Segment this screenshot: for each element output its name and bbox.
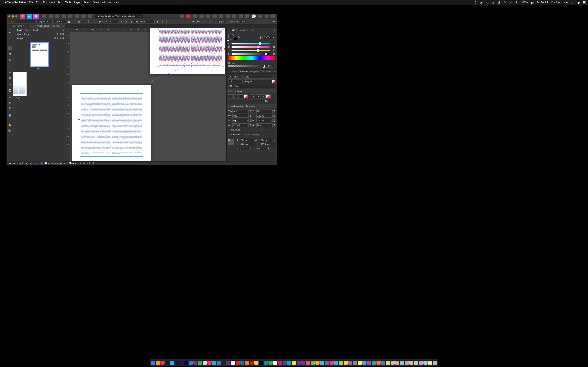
- dock-app-icon[interactable]: [334, 361, 338, 365]
- canvas[interactable]: mm -200-180-160-140-120-100-80-60-40-200…: [66, 28, 226, 161]
- menubar-user[interactable]: mel: [564, 1, 568, 4]
- kerning-input[interactable]: Auto: [232, 109, 249, 113]
- document-tab[interactable]: mel-young-K: [7, 25, 31, 28]
- prev-page-button[interactable]: ◀: [13, 162, 16, 165]
- menu-text[interactable]: Text: [58, 1, 62, 4]
- y-input[interactable]: 39.8 mm: [240, 142, 255, 146]
- rectangle-tool[interactable]: ■: [8, 70, 12, 74]
- dock-app-icon[interactable]: [320, 361, 324, 365]
- align-center-button[interactable]: ≡: [173, 20, 177, 24]
- swatches-tab[interactable]: Swatches: [239, 29, 247, 31]
- table-tool[interactable]: ▦: [8, 52, 12, 56]
- justify-button[interactable]: ≣▾: [196, 20, 200, 24]
- ruler-unit[interactable]: mm: [66, 28, 70, 32]
- dock-app-icon[interactable]: [160, 361, 164, 365]
- flip-vertical-button[interactable]: [232, 15, 236, 18]
- horizontal-scale-input[interactable]: 100 %: [256, 114, 273, 118]
- next-page-button[interactable]: ▶: [25, 162, 28, 165]
- dock-app-icon[interactable]: [179, 361, 183, 365]
- dock-app-icon[interactable]: [428, 361, 432, 365]
- navigator-tab[interactable]: Navigator: [242, 133, 251, 136]
- dock-app-icon[interactable]: [325, 361, 329, 365]
- no-break-checkbox[interactable]: [228, 129, 231, 131]
- dock-app-icon[interactable]: [405, 361, 409, 365]
- font-family-select[interactable]: Lato: [9, 20, 35, 24]
- wifi-icon[interactable]: ⌇: [515, 1, 518, 4]
- dock-app-icon[interactable]: [315, 361, 320, 365]
- photo-persona-button[interactable]: [33, 14, 39, 19]
- baseline-grid-button[interactable]: [180, 15, 184, 18]
- disclosure-triangle-icon[interactable]: ▸: [15, 33, 16, 35]
- rotation-input[interactable]: 0 °: [239, 147, 249, 150]
- panel-button[interactable]: ▥: [54, 37, 56, 40]
- dock-app-icon[interactable]: [287, 361, 291, 365]
- move-tool[interactable]: ▲: [8, 30, 12, 34]
- dock-app-icon[interactable]: [250, 361, 254, 365]
- panel-button[interactable]: ▯: [60, 37, 61, 40]
- cyan-slider[interactable]: [232, 43, 270, 44]
- dock-app-icon[interactable]: [259, 361, 263, 365]
- history-tab[interactable]: History: [253, 133, 259, 136]
- dock-app-icon[interactable]: [348, 361, 352, 365]
- dock-app-icon[interactable]: [292, 361, 296, 365]
- dock-app-icon[interactable]: [268, 361, 273, 365]
- baseline-input[interactable]: 0 pt: [232, 119, 249, 122]
- bold-button[interactable]: B: [67, 20, 71, 24]
- transform-tab[interactable]: Transform: [231, 133, 240, 136]
- align-left-button[interactable]: ≡: [169, 20, 172, 24]
- arrange-button[interactable]: [213, 15, 217, 18]
- battery-icon[interactable]: ▮▯: [530, 1, 534, 4]
- dock-app-icon[interactable]: [381, 361, 385, 365]
- dock-app-icon[interactable]: [264, 361, 268, 365]
- dock-app-icon[interactable]: [174, 361, 179, 365]
- dock-app-icon[interactable]: [193, 361, 198, 365]
- stroke-well[interactable]: [233, 37, 238, 41]
- fill-tool[interactable]: ◉: [8, 101, 12, 105]
- dock-app-icon[interactable]: [311, 361, 315, 365]
- yellow-value[interactable]: 67: [271, 49, 276, 52]
- preflight-button[interactable]: [252, 15, 256, 18]
- dock-app-icon[interactable]: [198, 361, 202, 365]
- align-button[interactable]: [219, 15, 223, 18]
- x-input[interactable]: 20 mm: [240, 138, 253, 142]
- pen-tool[interactable]: ✒︎: [8, 64, 12, 68]
- dock-app-icon[interactable]: [386, 361, 390, 365]
- panel-menu-icon[interactable]: ≡: [274, 29, 276, 31]
- dock-app-icon[interactable]: [254, 361, 259, 365]
- dock-app-icon[interactable]: [156, 361, 160, 365]
- dock-app-icon[interactable]: [353, 361, 357, 365]
- preflight-button[interactable]: [265, 15, 269, 18]
- character-style-select[interactable]: [No Style]: [98, 20, 118, 24]
- dock-app-icon[interactable]: [419, 361, 423, 365]
- dock-app-icon[interactable]: [222, 361, 226, 365]
- paragraph-tab[interactable]: Paragraph: [250, 70, 259, 73]
- menu-select[interactable]: Select: [83, 1, 90, 4]
- text-fill-swatch[interactable]: [268, 80, 271, 83]
- toolbar-button[interactable]: [81, 15, 86, 18]
- stepper[interactable]: ▴▾: [250, 109, 251, 113]
- node-tool[interactable]: ▹: [8, 36, 12, 40]
- text-frame[interactable]: Lorem ipsum dolor sit amet consectetur a…: [80, 93, 143, 157]
- app-name[interactable]: Affinity Publisher: [5, 1, 26, 4]
- menu-view[interactable]: View: [93, 1, 99, 4]
- dock-app-icon[interactable]: [409, 361, 414, 365]
- skew-input[interactable]: 0 °: [256, 109, 273, 113]
- dock-app-icon[interactable]: [184, 361, 188, 365]
- bullet-list-button[interactable]: ⁝≡: [204, 20, 208, 24]
- overflow-in-port[interactable]: [78, 119, 80, 120]
- lock-icon[interactable]: 🔒: [259, 36, 261, 39]
- dock-app-icon[interactable]: [376, 361, 380, 365]
- dock-app-icon[interactable]: [226, 361, 230, 365]
- window-close-button[interactable]: [8, 15, 10, 17]
- zoom-tool[interactable]: 🔍: [8, 129, 12, 133]
- control-center-icon[interactable]: ☰: [583, 1, 586, 4]
- dock-app-icon[interactable]: [344, 361, 348, 365]
- double-strikethrough-button[interactable]: S̶̶: [256, 94, 260, 99]
- rotate-button[interactable]: [239, 15, 243, 18]
- pilcrow-button[interactable]: ¶: [161, 20, 164, 24]
- dock-app-icon[interactable]: [400, 361, 404, 365]
- dock-app-icon[interactable]: [236, 361, 240, 365]
- transparency-tool[interactable]: 🍷: [8, 107, 12, 111]
- dock-app-icon[interactable]: [433, 361, 437, 365]
- preflight-button[interactable]: [258, 15, 262, 18]
